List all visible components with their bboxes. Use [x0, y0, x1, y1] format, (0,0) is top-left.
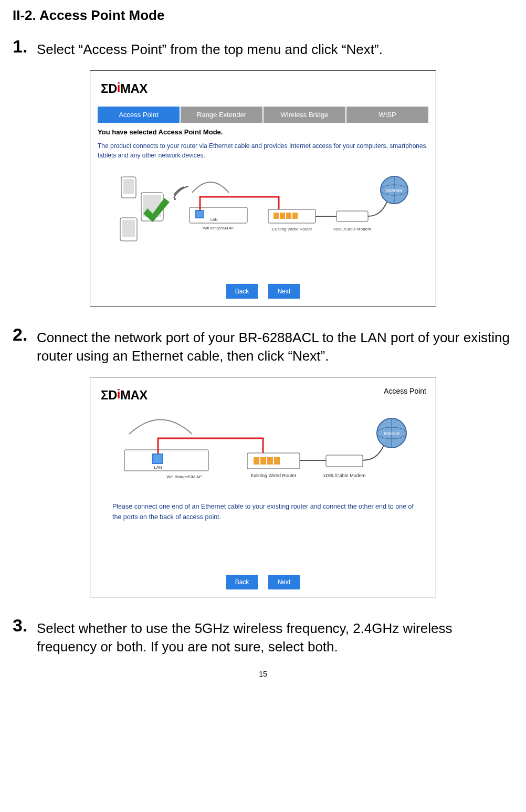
back-button[interactable]: Back [226, 575, 258, 589]
step-1-text: Select “Access Point” from the top menu … [37, 37, 383, 59]
svg-rect-3 [122, 220, 135, 237]
next-button[interactable]: Next [268, 575, 300, 589]
brand-text-mid: i [117, 80, 120, 94]
svg-rect-1 [123, 179, 134, 194]
next-button[interactable]: Next [268, 284, 300, 299]
brand-text-left: ΣD [101, 81, 117, 96]
svg-rect-14 [292, 213, 298, 219]
page-number: 15 [13, 670, 513, 678]
svg-rect-24 [260, 457, 266, 465]
diagram-lan-label: LAN [154, 465, 162, 470]
section-heading: II-2. Access Point Mode [13, 7, 513, 24]
button-row: Back Next [90, 284, 436, 299]
diagram-device-label: Wifi Bridge/ISM AP [166, 474, 202, 479]
step-3-text: Select whether to use the 5GHz wireless … [37, 616, 513, 656]
screenshot-1: ΣDiMAX Access Point Range Extender Wirel… [90, 70, 436, 307]
svg-rect-28 [326, 455, 363, 467]
svg-point-7 [174, 198, 176, 200]
tab-wireless-bridge[interactable]: Wireless Bridge [264, 107, 345, 123]
svg-rect-9 [196, 210, 203, 218]
screenshot-2: ΣDiMAX Access Point LAN Wifi Bridge/ISM … [90, 377, 436, 597]
mode-description: The product connects to your router via … [98, 141, 428, 160]
svg-rect-26 [274, 457, 280, 465]
svg-rect-13 [286, 213, 291, 219]
step-2-number: 2. [13, 325, 31, 343]
svg-rect-20 [124, 450, 208, 471]
brand-logo: ΣDiMAX [101, 81, 428, 96]
tab-wisp[interactable]: WISP [346, 107, 428, 123]
svg-rect-12 [280, 213, 285, 219]
network-diagram: LAN Wifi Bridge/ISM AP Existing Wired Ro… [98, 166, 428, 250]
svg-rect-11 [273, 213, 279, 219]
selected-mode-text: You have selected Access Point Mode. [98, 128, 428, 136]
back-button[interactable]: Back [226, 284, 258, 299]
brand-text-right: MAX [120, 388, 148, 402]
diagram-internet-label: Internet [384, 431, 400, 436]
connect-instruction: Please connect one end of an Ethernet ca… [98, 501, 428, 522]
mode-tabbar: Access Point Range Extender Wireless Bri… [98, 107, 428, 123]
step-2: 2. Connect the network port of your BR-6… [13, 325, 513, 365]
diagram-lan-label: LAN [211, 218, 218, 222]
diagram-device-label: Wifi Bridge/ISM AP [203, 226, 234, 230]
brand-logo: ΣDiMAX [101, 388, 428, 403]
mode-badge: Access Point [384, 387, 426, 395]
brand-text-mid: i [117, 387, 120, 401]
step-2-text: Connect the network port of your BR-6288… [37, 325, 513, 365]
network-diagram: LAN Wifi Bridge/ISM AP Existing Wired Ro… [98, 413, 428, 492]
step-1: 1. Select “Access Point” from the top me… [13, 37, 513, 59]
svg-rect-21 [153, 454, 162, 463]
network-diagram-svg: LAN Wifi Bridge/ISM AP Existing Wired Ro… [98, 166, 428, 250]
diagram-modem-label: xDSL/Cable Modem [333, 227, 371, 231]
diagram-router-label: Existing Wired Router [250, 473, 296, 478]
svg-rect-16 [336, 211, 368, 222]
step-1-number: 1. [13, 37, 31, 55]
button-row: Back Next [90, 575, 436, 589]
diagram-internet-label: Internet [386, 188, 403, 193]
step-3-number: 3. [13, 616, 31, 634]
svg-rect-23 [254, 457, 259, 465]
tab-access-point[interactable]: Access Point [98, 107, 180, 123]
step-3: 3. Select whether to use the 5GHz wirele… [13, 616, 513, 656]
diagram-modem-label: xDSL/Cable Modem [323, 473, 366, 478]
brand-text-right: MAX [120, 81, 148, 96]
tab-range-extender[interactable]: Range Extender [181, 107, 262, 123]
diagram-router-label: Existing Wired Router [271, 227, 312, 231]
network-diagram-svg: LAN Wifi Bridge/ISM AP Existing Wired Ro… [98, 413, 428, 492]
svg-rect-25 [267, 457, 273, 465]
brand-text-left: ΣD [101, 388, 117, 402]
